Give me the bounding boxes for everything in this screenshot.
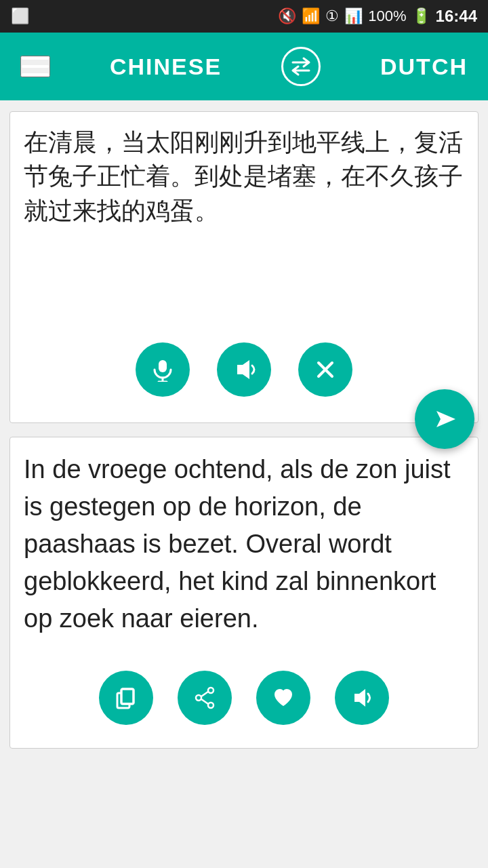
screenshot-icon: ⬜ xyxy=(11,7,29,25)
input-controls xyxy=(24,329,464,403)
copy-button[interactable] xyxy=(99,671,153,725)
sim-icon: ① xyxy=(325,7,339,25)
output-panel: In de vroege ochtend, als de zon juist i… xyxy=(9,437,479,749)
mute-icon: 🔇 xyxy=(278,7,296,25)
hamburger-line xyxy=(22,65,49,68)
battery-percent: 100% xyxy=(368,7,406,25)
status-bar-right: 🔇 📶 ① 📊 100% 🔋 16:44 xyxy=(278,7,477,26)
svg-rect-8 xyxy=(121,689,134,704)
svg-point-10 xyxy=(208,688,214,693)
wifi-icon: 📶 xyxy=(302,7,320,25)
svg-marker-6 xyxy=(436,411,455,427)
favorite-button[interactable] xyxy=(256,671,310,725)
output-text: In de vroege ochtend, als de zon juist i… xyxy=(24,451,464,654)
hamburger-line xyxy=(22,73,49,76)
swap-languages-button[interactable] xyxy=(281,47,321,86)
battery-icon: 🔋 xyxy=(412,7,430,25)
input-text[interactable]: 在清晨，当太阳刚刚升到地平线上，复活节兔子正忙着。到处是堵塞，在不久孩子就过来找… xyxy=(24,125,464,329)
output-controls xyxy=(24,654,464,732)
speak-output-button[interactable] xyxy=(335,671,389,725)
status-time: 16:44 xyxy=(436,7,477,26)
svg-marker-3 xyxy=(237,360,249,379)
signal-icon: 📊 xyxy=(344,7,363,25)
send-translate-button[interactable] xyxy=(415,389,474,449)
svg-point-12 xyxy=(208,703,214,708)
menu-button[interactable] xyxy=(20,56,50,77)
hamburger-line xyxy=(22,57,49,60)
svg-marker-15 xyxy=(354,689,365,707)
top-bar: CHINESE DUTCH xyxy=(0,33,488,100)
share-button[interactable] xyxy=(178,671,232,725)
svg-line-13 xyxy=(201,692,208,696)
source-language-label[interactable]: CHINESE xyxy=(110,54,222,80)
svg-line-14 xyxy=(201,699,208,704)
swap-icon xyxy=(289,54,313,79)
input-panel: 在清晨，当太阳刚刚升到地平线上，复活节兔子正忙着。到处是堵塞，在不久孩子就过来找… xyxy=(9,111,479,423)
svg-rect-0 xyxy=(159,360,167,372)
microphone-button[interactable] xyxy=(136,342,190,397)
speak-input-button[interactable] xyxy=(217,342,271,397)
status-bar: ⬜ 🔇 📶 ① 📊 100% 🔋 16:44 xyxy=(0,0,488,33)
clear-input-button[interactable] xyxy=(298,342,352,397)
status-bar-left: ⬜ xyxy=(11,7,29,25)
target-language-label[interactable]: DUTCH xyxy=(380,54,468,80)
svg-point-11 xyxy=(196,695,201,701)
